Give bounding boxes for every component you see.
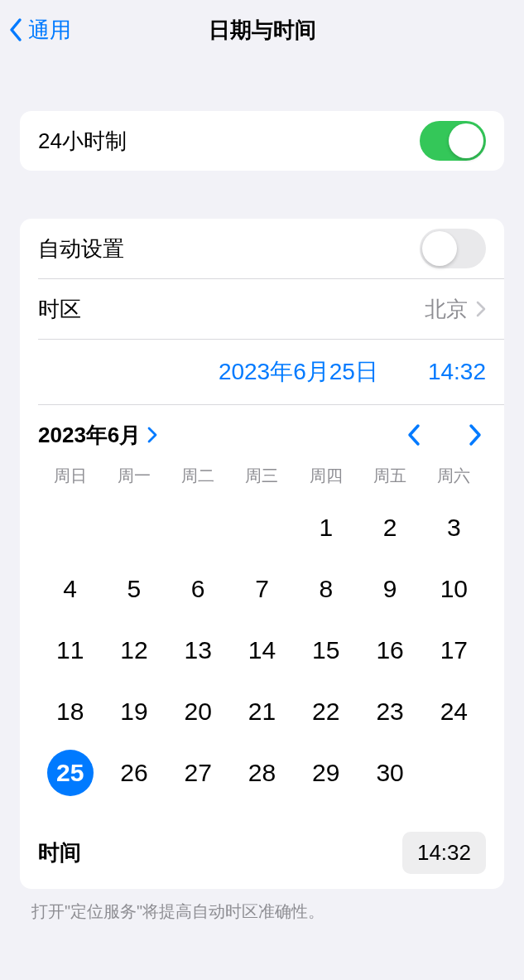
chevron-right-icon — [468, 423, 483, 447]
calendar-day[interactable]: 2 — [358, 497, 421, 558]
weekday-label: 周一 — [102, 465, 166, 487]
calendar-day-number: 21 — [238, 688, 285, 735]
calendar-day[interactable]: 3 — [422, 497, 486, 558]
calendar-day-number: 24 — [430, 688, 477, 735]
calendar-day[interactable]: 5 — [102, 558, 166, 620]
calendar-empty-cell — [38, 497, 102, 558]
calendar-day-number: 13 — [175, 627, 221, 673]
weekday-header: 周日周一周二周三周四周五周六 — [38, 465, 486, 487]
selected-date[interactable]: 2023年6月25日 — [219, 356, 378, 388]
calendar-grid: 1234567891011121314151617181920212223242… — [38, 497, 486, 804]
weekday-label: 周二 — [166, 465, 230, 487]
calendar-day-number: 7 — [238, 566, 285, 612]
calendar-day[interactable]: 29 — [294, 742, 358, 804]
calendar-day[interactable]: 24 — [422, 681, 486, 742]
calendar-day-number: 12 — [111, 627, 157, 673]
calendar-day-number: 9 — [367, 566, 413, 612]
calendar-day[interactable]: 8 — [294, 558, 358, 620]
footer-note: 打开"定位服务"将提高自动时区准确性。 — [0, 889, 524, 923]
calendar-day-number: 20 — [175, 688, 221, 735]
calendar-day[interactable]: 14 — [230, 620, 294, 681]
month-label: 2023年6月 — [38, 421, 141, 450]
time-picker[interactable]: 14:32 — [402, 832, 486, 874]
calendar-day[interactable]: 11 — [38, 620, 102, 681]
weekday-label: 周六 — [422, 465, 486, 487]
row-selected-datetime: 2023年6月25日 14:32 — [20, 340, 504, 404]
row-timezone[interactable]: 时区 北京 — [20, 279, 504, 339]
back-label: 通用 — [28, 16, 71, 45]
page-title: 日期与时间 — [0, 16, 524, 45]
calendar-day[interactable]: 6 — [166, 558, 230, 620]
auto-set-toggle[interactable] — [420, 229, 486, 268]
calendar-day[interactable]: 12 — [102, 620, 166, 681]
calendar-day[interactable]: 25 — [38, 742, 102, 804]
selected-time[interactable]: 14:32 — [428, 359, 486, 385]
24hour-toggle[interactable] — [420, 121, 486, 161]
chevron-right-icon — [476, 301, 486, 317]
24hour-label: 24小时制 — [38, 127, 127, 156]
calendar-day[interactable]: 27 — [166, 742, 230, 804]
calendar-day[interactable]: 28 — [230, 742, 294, 804]
calendar-day-number: 23 — [367, 688, 413, 735]
calendar-day[interactable]: 1 — [294, 497, 358, 558]
calendar-day-number: 6 — [175, 566, 221, 612]
prev-month-button[interactable] — [403, 420, 425, 450]
row-time: 时间 14:32 — [20, 820, 504, 889]
calendar-day-number: 3 — [430, 504, 477, 551]
calendar-day[interactable]: 22 — [294, 681, 358, 742]
chevron-right-icon — [147, 427, 157, 443]
calendar-day[interactable]: 13 — [166, 620, 230, 681]
timezone-value: 北京 — [425, 295, 468, 324]
calendar-day[interactable]: 17 — [422, 620, 486, 681]
month-selector[interactable]: 2023年6月 — [38, 421, 157, 450]
toggle-knob — [449, 123, 483, 158]
calendar-day[interactable]: 18 — [38, 681, 102, 742]
calendar-day[interactable]: 26 — [102, 742, 166, 804]
calendar-day-number: 28 — [238, 750, 285, 796]
calendar-day-number: 14 — [238, 627, 285, 673]
calendar-day[interactable]: 21 — [230, 681, 294, 742]
calendar-empty-cell — [230, 497, 294, 558]
calendar-day-number: 1 — [303, 504, 349, 551]
calendar-day[interactable]: 4 — [38, 558, 102, 620]
calendar-day[interactable]: 30 — [358, 742, 421, 804]
weekday-label: 周日 — [38, 465, 102, 487]
calendar-day[interactable]: 19 — [102, 681, 166, 742]
calendar-day-number: 25 — [47, 750, 94, 796]
calendar-day-number: 17 — [430, 627, 477, 673]
calendar-day[interactable]: 20 — [166, 681, 230, 742]
calendar-day-number: 29 — [303, 750, 349, 796]
toggle-knob — [422, 231, 457, 266]
calendar-day[interactable]: 16 — [358, 620, 421, 681]
row-24hour: 24小时制 — [20, 111, 504, 171]
back-button[interactable]: 通用 — [0, 16, 71, 45]
calendar-day-number: 30 — [367, 750, 413, 796]
calendar-day-number: 18 — [47, 688, 94, 735]
calendar-day[interactable]: 7 — [230, 558, 294, 620]
calendar: 2023年6月 周日周一周二周三周四周五周六 12345678910111213… — [20, 405, 504, 820]
calendar-day-number: 16 — [367, 627, 413, 673]
calendar-empty-cell — [166, 497, 230, 558]
row-auto-set: 自动设置 — [20, 219, 504, 278]
calendar-day[interactable]: 23 — [358, 681, 421, 742]
calendar-day-number: 5 — [111, 566, 157, 612]
timezone-label: 时区 — [38, 295, 81, 324]
calendar-day[interactable]: 9 — [358, 558, 421, 620]
chevron-left-icon — [8, 17, 23, 42]
calendar-day-number: 4 — [47, 566, 94, 612]
calendar-day-number: 11 — [47, 627, 94, 673]
calendar-day[interactable]: 10 — [422, 558, 486, 620]
calendar-day-number: 27 — [175, 750, 221, 796]
weekday-label: 周三 — [230, 465, 294, 487]
calendar-day-number: 2 — [367, 504, 413, 551]
calendar-day-number: 8 — [303, 566, 349, 612]
auto-set-label: 自动设置 — [38, 234, 124, 263]
weekday-label: 周五 — [358, 465, 421, 487]
calendar-day-number: 22 — [303, 688, 349, 735]
chevron-left-icon — [406, 423, 421, 447]
calendar-day[interactable]: 15 — [294, 620, 358, 681]
next-month-button[interactable] — [464, 420, 486, 450]
calendar-day-number: 19 — [111, 688, 157, 735]
weekday-label: 周四 — [294, 465, 358, 487]
calendar-day-number: 15 — [303, 627, 349, 673]
